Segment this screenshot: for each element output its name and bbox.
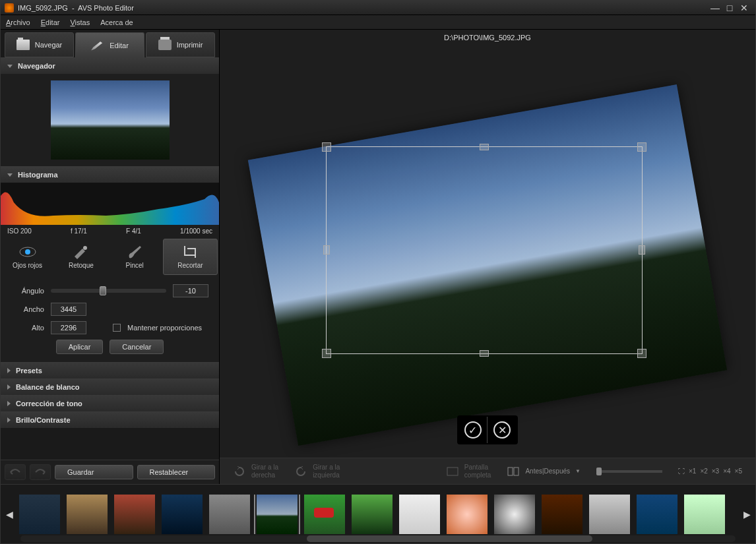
crop-handle-bc[interactable] xyxy=(480,350,489,357)
maintain-proportions-label: Mantener proporciones xyxy=(127,324,202,332)
window-title: IMG_5092.JPG - AVS Photo Editor xyxy=(18,4,134,12)
app-window: IMG_5092.JPG - AVS Photo Editor — □ ✕ Ar… xyxy=(0,0,756,544)
thumbnail-selected[interactable] xyxy=(257,495,298,534)
before-after-button[interactable]: Antes|Después ▼ xyxy=(507,466,581,477)
zoom-3x[interactable]: ×3 xyxy=(712,468,719,475)
thumbnail[interactable] xyxy=(447,495,488,534)
rotate-left-icon xyxy=(294,466,307,477)
width-input[interactable] xyxy=(51,303,86,316)
thumbnail[interactable] xyxy=(162,495,203,534)
zoom-4x[interactable]: ×4 xyxy=(723,468,730,475)
save-button[interactable]: Guardar xyxy=(55,465,133,479)
main-area: D:\PHOTO\IMG_5092.JPG xyxy=(220,30,755,484)
confirm-button[interactable]: ✓ xyxy=(458,417,488,443)
reset-button[interactable]: Restablecer xyxy=(137,465,216,479)
fullscreen-icon xyxy=(446,466,459,477)
menu-archivo[interactable]: Archivo xyxy=(6,18,30,26)
undo-button[interactable] xyxy=(5,464,26,480)
thumbnail[interactable] xyxy=(542,495,583,534)
crop-handle-br[interactable] xyxy=(637,349,646,358)
expand-icon xyxy=(7,384,11,390)
thumbnail[interactable] xyxy=(209,495,250,534)
rotate-left-button[interactable]: Girar a la izquierda xyxy=(294,464,340,479)
thumbnail[interactable] xyxy=(494,495,535,534)
tab-editar[interactable]: Editar xyxy=(75,32,144,57)
menu-editar[interactable]: Editar xyxy=(41,18,60,26)
panel-tono[interactable]: Corrección de tono xyxy=(1,396,219,411)
panel-presets[interactable]: Presets xyxy=(1,363,219,378)
bottom-actions: Guardar Restablecer xyxy=(1,460,219,484)
minimize-button[interactable]: — xyxy=(708,3,722,13)
close-button[interactable]: ✕ xyxy=(737,3,751,13)
maximize-button[interactable]: □ xyxy=(722,3,737,13)
crop-handle-tr[interactable] xyxy=(637,142,646,152)
crop-icon xyxy=(181,245,199,259)
menu-vistas[interactable]: Vistas xyxy=(70,18,90,26)
meta-fstop: F 4/1 xyxy=(126,227,141,235)
zoom-5x[interactable]: ×5 xyxy=(735,468,742,475)
fullscreen-button[interactable]: Pantalla completa xyxy=(446,464,491,479)
thumbnail[interactable] xyxy=(114,495,155,534)
collapse-icon xyxy=(7,173,13,177)
crop-handle-lc[interactable] xyxy=(323,245,330,255)
crop-box[interactable] xyxy=(326,146,643,354)
collapse-icon xyxy=(7,65,13,68)
height-input[interactable] xyxy=(51,321,86,334)
filmstrip-next[interactable]: ▶ xyxy=(742,495,751,534)
angulo-label: Ángulo xyxy=(11,287,44,295)
expand-icon xyxy=(7,417,11,423)
panel-histograma-head[interactable]: Histograma xyxy=(1,167,219,183)
tool-recortar[interactable]: Recortar xyxy=(163,239,218,275)
expand-icon xyxy=(7,401,11,406)
confirm-bar: ✓ ✕ xyxy=(457,415,518,444)
rotate-right-button[interactable]: Girar a la derecha xyxy=(233,464,278,479)
titlebar[interactable]: IMG_5092.JPG - AVS Photo Editor — □ ✕ xyxy=(1,1,755,15)
tab-imprimir[interactable]: Imprimir xyxy=(146,32,215,57)
apply-button[interactable]: Aplicar xyxy=(56,340,104,354)
undo-icon xyxy=(9,468,21,476)
expand-icon xyxy=(7,368,11,373)
panel-navegador-head[interactable]: Navegador xyxy=(1,58,219,74)
thumbnail[interactable] xyxy=(637,495,677,534)
crop-handle-tl[interactable] xyxy=(322,142,331,152)
filmstrip-scrollbar[interactable] xyxy=(20,535,736,542)
svg-rect-5 xyxy=(514,468,519,475)
navigator-thumbnail[interactable] xyxy=(51,80,170,160)
thumbnail[interactable] xyxy=(19,495,60,534)
thumbnail[interactable] xyxy=(352,495,393,534)
panel-balance[interactable]: Balance de blanco xyxy=(1,379,219,395)
panel-navegador: Navegador xyxy=(1,57,219,166)
crop-handle-tc[interactable] xyxy=(480,144,489,150)
tool-retoque[interactable]: Retoque xyxy=(54,237,108,276)
tool-pincel[interactable]: Pincel xyxy=(108,237,162,276)
meta-shutter: 1/1000 sec xyxy=(180,227,212,235)
tab-navegar[interactable]: Navegar xyxy=(5,32,74,57)
zoom-slider[interactable] xyxy=(596,470,662,473)
reject-button[interactable]: ✕ xyxy=(488,417,517,443)
thumbnail[interactable] xyxy=(684,495,725,534)
menubar: Archivo Editar Vistas Acerca de xyxy=(1,15,755,30)
tool-ojos-rojos[interactable]: Ojos rojos xyxy=(1,237,54,276)
redo-button[interactable] xyxy=(30,464,51,480)
check-icon: ✓ xyxy=(464,421,482,438)
menu-acerca[interactable]: Acerca de xyxy=(100,18,133,26)
angle-input[interactable] xyxy=(173,284,208,297)
maintain-proportions-checkbox[interactable] xyxy=(113,324,121,332)
crop-handle-rc[interactable] xyxy=(639,245,645,255)
zoom-fit[interactable]: ⛶ xyxy=(678,468,685,475)
cancel-button[interactable]: Cancelar xyxy=(110,340,164,354)
thumbnail[interactable] xyxy=(589,495,630,534)
thumbnail[interactable] xyxy=(399,495,440,534)
zoom-2x[interactable]: ×2 xyxy=(700,468,707,475)
thumbnail[interactable] xyxy=(304,495,345,534)
filmstrip-prev[interactable]: ◀ xyxy=(5,495,14,534)
angle-slider[interactable] xyxy=(51,289,166,293)
print-icon xyxy=(158,40,172,50)
zoom-1x[interactable]: ×1 xyxy=(689,468,696,475)
crop-handle-bl[interactable] xyxy=(322,349,331,358)
canvas[interactable]: ✓ ✕ xyxy=(220,45,755,458)
file-path: D:\PHOTO\IMG_5092.JPG xyxy=(220,30,755,45)
cross-icon: ✕ xyxy=(493,421,511,438)
thumbnail[interactable] xyxy=(67,495,108,534)
panel-brillo[interactable]: Brillo/Contraste xyxy=(1,412,219,428)
